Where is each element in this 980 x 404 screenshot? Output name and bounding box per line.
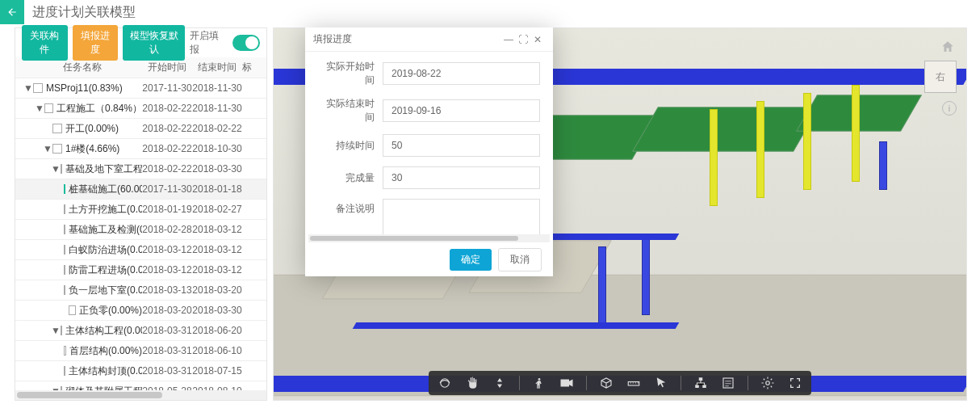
input-duration[interactable]: [383, 134, 540, 157]
fullscreen-tool[interactable]: [787, 375, 803, 391]
task-row[interactable]: ▼工程施工（0.84%）2018-02-222018-11-30: [15, 99, 266, 119]
task-end: 2018-02-27: [192, 204, 242, 215]
task-label: 土方开挖施工(0.00%): [69, 203, 142, 217]
task-checkbox[interactable]: [64, 366, 65, 376]
task-start: 2018-03-31: [142, 325, 192, 336]
tree-toggle-icon[interactable]: ▼: [51, 163, 57, 175]
task-row[interactable]: 开工(0.00%)2018-02-222018-02-22: [15, 119, 266, 139]
camera-icon: [559, 377, 574, 389]
task-label: 开工(0.00%): [65, 122, 119, 136]
orbit-tool[interactable]: [437, 375, 453, 391]
task-label: MSProj11(0.83%): [46, 82, 123, 94]
task-label: 负一层地下室(0.00%): [69, 284, 142, 297]
fill-toggle[interactable]: [232, 35, 260, 51]
svg-rect-6: [702, 385, 706, 388]
task-checkbox[interactable]: [44, 103, 53, 113]
task-label: 主体结构工程(0.00%): [65, 324, 142, 338]
task-row[interactable]: 正负零(0.00%)2018-03-202018-03-30: [15, 301, 266, 321]
task-panel: 关联构件 填报进度 模型恢复默认 开启填报 任务名称 开始时间 结束时间 标 ▼…: [15, 27, 267, 401]
task-checkbox[interactable]: [64, 346, 66, 356]
task-checkbox[interactable]: [64, 245, 65, 255]
task-end: 2018-02-22: [192, 123, 242, 134]
tree-toggle-icon[interactable]: ▼: [51, 325, 57, 336]
fill-progress-button[interactable]: 填报进度: [73, 25, 119, 61]
task-table-body[interactable]: ▼MSProj11(0.83%)2017-11-302018-11-30▼工程施…: [15, 78, 266, 400]
input-amount[interactable]: [383, 166, 540, 189]
tree-toggle-icon[interactable]: ▼: [43, 143, 49, 154]
task-table-head: 任务名称 开始时间 结束时间 标: [15, 57, 266, 78]
tree-toggle-icon[interactable]: ▼: [23, 82, 30, 94]
section-tool[interactable]: [598, 375, 614, 391]
task-row[interactable]: 白蚁防治进场(0.00%)2018-03-122018-03-12: [15, 240, 266, 260]
task-checkbox[interactable]: [52, 144, 62, 154]
modal-ok-button[interactable]: 确定: [450, 249, 492, 271]
hierarchy-icon: [693, 376, 708, 390]
panel-h-scrollbar[interactable]: [15, 390, 266, 400]
pan-tool[interactable]: [464, 375, 480, 391]
walk-tool[interactable]: [531, 375, 547, 391]
task-row[interactable]: 负一层地下室(0.00%)2018-03-132018-03-20: [15, 280, 266, 301]
task-row[interactable]: ▼MSProj11(0.83%)2017-11-302018-11-30: [15, 78, 266, 99]
task-row[interactable]: ▼1#楼(4.66%)2018-02-222018-10-30: [15, 139, 266, 159]
modal-header[interactable]: 填报进度 — ⛶ ✕: [305, 27, 553, 52]
task-end: 2018-11-30: [192, 82, 242, 94]
orbit-icon: [438, 376, 452, 390]
task-row[interactable]: 防雷工程进场(0.00%)2018-03-122018-03-12: [15, 260, 266, 280]
task-row[interactable]: 主体结构封顶(0.00%)2018-03-312018-07-15: [15, 361, 266, 381]
task-start: 2018-03-20: [142, 305, 192, 316]
task-start: 2018-03-12: [142, 264, 192, 276]
task-label: 1#楼(4.66%): [65, 142, 119, 156]
reset-model-button[interactable]: 模型恢复默认: [123, 25, 185, 61]
measure-tool[interactable]: [626, 375, 642, 391]
task-start: 2018-03-31: [142, 345, 192, 356]
tree-tool[interactable]: [693, 375, 709, 391]
view-cube[interactable]: 右: [924, 61, 957, 93]
input-actual-start[interactable]: [383, 62, 540, 85]
task-row[interactable]: 基础施工及检测(0.00%)2018-02-282018-03-12: [15, 220, 266, 240]
cursor-icon: [654, 376, 668, 390]
modal-close-button[interactable]: ✕: [530, 34, 545, 45]
link-component-button[interactable]: 关联构件: [22, 25, 68, 61]
task-checkbox[interactable]: [64, 184, 65, 194]
task-checkbox[interactable]: [64, 285, 65, 295]
task-checkbox[interactable]: [52, 124, 62, 133]
toggle-label: 开启填报: [190, 29, 223, 57]
modal-minimize-button[interactable]: —: [501, 34, 516, 45]
task-label: 白蚁防治进场(0.00%): [69, 243, 142, 257]
task-row[interactable]: ▼基础及地下室工程(24.19%)2018-02-222018-03-30: [15, 159, 266, 179]
modal-h-scrollbar[interactable]: [308, 234, 550, 242]
app-title: 进度计划关联模型: [32, 4, 136, 21]
select-tool[interactable]: [653, 375, 669, 391]
modal-maximize-button[interactable]: ⛶: [516, 34, 530, 45]
task-checkbox[interactable]: [33, 83, 43, 93]
properties-tool[interactable]: [720, 375, 736, 391]
home-icon: [940, 40, 955, 54]
svg-point-8: [766, 381, 770, 385]
task-row[interactable]: ▼主体结构工程(0.00%)2018-03-312018-06-20: [15, 321, 266, 341]
svg-rect-7: [723, 378, 733, 388]
info-button[interactable]: i: [942, 101, 957, 116]
task-start: 2018-02-22: [142, 103, 192, 114]
task-checkbox[interactable]: [61, 164, 62, 174]
tree-toggle-icon[interactable]: ▼: [35, 103, 41, 114]
task-end: 2018-01-18: [192, 183, 242, 195]
task-checkbox[interactable]: [69, 305, 76, 315]
task-checkbox[interactable]: [61, 326, 62, 335]
zoom-tool[interactable]: [492, 375, 508, 391]
home-view-button[interactable]: [939, 38, 957, 56]
task-checkbox[interactable]: [64, 265, 65, 275]
task-row[interactable]: 首层结构(0.00%)2018-03-312018-06-10: [15, 341, 266, 361]
task-row[interactable]: 桩基础施工(60.00%)2017-11-302018-01-18: [15, 179, 266, 200]
label-amount: 完成量: [318, 171, 383, 185]
task-checkbox[interactable]: [64, 225, 65, 234]
task-checkbox[interactable]: [64, 204, 65, 214]
input-actual-end[interactable]: [383, 99, 540, 122]
task-end: 2018-03-12: [192, 244, 242, 255]
camera-tool[interactable]: [559, 375, 575, 391]
settings-tool[interactable]: [760, 375, 776, 391]
task-row[interactable]: 土方开挖施工(0.00%)2018-01-192018-02-27: [15, 200, 266, 220]
back-button[interactable]: [0, 0, 24, 24]
modal-cancel-button[interactable]: 取消: [498, 248, 542, 271]
task-label: 首层结构(0.00%): [69, 344, 142, 358]
svg-rect-4: [699, 377, 703, 381]
